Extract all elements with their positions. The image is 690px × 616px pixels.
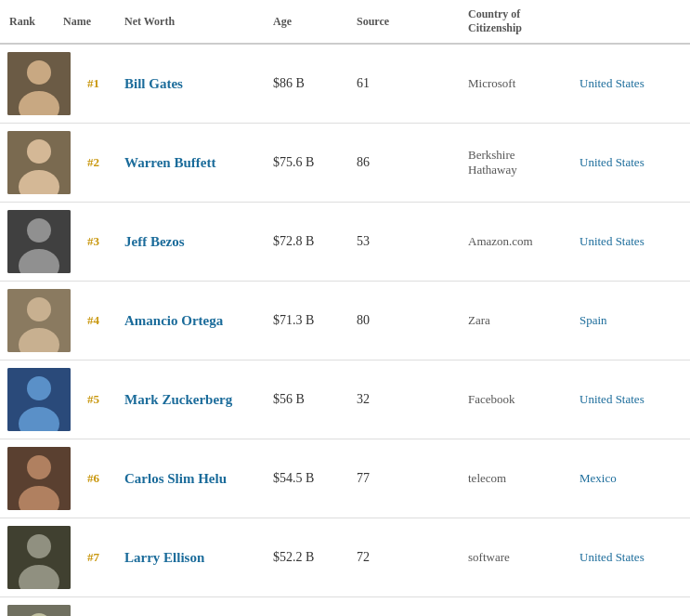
person-country: Mexico — [570, 439, 690, 518]
person-name[interactable]: Carlos Slim Helu — [115, 439, 264, 518]
person-networth: $75.6 B — [264, 124, 347, 203]
person-photo — [0, 439, 78, 518]
table-row: #1Bill Gates$86 B61MicrosoftUnited State… — [0, 44, 690, 124]
svg-point-10 — [27, 297, 51, 321]
person-country: United States — [570, 44, 690, 124]
person-networth: $48.3 B — [264, 597, 347, 617]
person-name[interactable]: Mark Zuckerberg — [115, 360, 264, 439]
table-header-row: Rank Name Net Worth Age Source Country o… — [0, 0, 690, 44]
header-networth: Net Worth — [115, 0, 264, 44]
person-rank: #1 — [78, 44, 115, 124]
person-age: 80 — [347, 282, 459, 360]
person-rank: #7 — [78, 518, 115, 597]
person-source: software — [459, 518, 570, 597]
person-age: 77 — [347, 439, 459, 518]
person-name[interactable]: Charles Koch — [115, 597, 264, 617]
table-row: #4Amancio Ortega$71.3 B80ZaraSpain — [0, 282, 690, 360]
person-networth: $71.3 B — [264, 282, 347, 360]
svg-point-7 — [27, 218, 51, 242]
person-source: diversified — [459, 597, 570, 617]
header-rank: Rank Name — [0, 0, 115, 44]
person-networth: $56 B — [264, 360, 347, 439]
person-name[interactable]: Bill Gates — [115, 44, 264, 124]
person-source: telecom — [459, 439, 570, 518]
header-country: Country of Citizenship — [459, 0, 570, 44]
person-photo — [0, 597, 78, 617]
person-rank: #8 — [78, 597, 115, 617]
person-source: Microsoft — [459, 44, 570, 124]
table-row: #7Larry Ellison$52.2 B72softwareUnited S… — [0, 518, 690, 597]
person-rank: #4 — [78, 282, 115, 360]
table-row: #3Jeff Bezos$72.8 B53Amazon.comUnited St… — [0, 203, 690, 282]
table-row: #6Carlos Slim Helu$54.5 B77telecomMexico — [0, 439, 690, 518]
svg-point-13 — [27, 376, 51, 400]
person-name[interactable]: Warren Buffett — [115, 124, 264, 203]
person-age: 53 — [347, 203, 459, 282]
person-country: United States — [570, 124, 690, 203]
svg-point-4 — [27, 139, 51, 164]
person-age: 81 — [347, 597, 459, 617]
person-photo — [0, 360, 78, 439]
person-rank: #3 — [78, 203, 115, 282]
person-country: United States — [570, 518, 690, 597]
person-rank: #5 — [78, 360, 115, 439]
person-source: Berkshire Hathaway — [459, 124, 570, 203]
person-age: 86 — [347, 124, 459, 203]
person-age: 61 — [347, 44, 459, 124]
svg-point-16 — [27, 455, 51, 479]
person-rank: #6 — [78, 439, 115, 518]
svg-point-19 — [27, 534, 51, 558]
person-networth: $72.8 B — [264, 203, 347, 282]
person-country: United States — [570, 360, 690, 439]
person-source: Amazon.com — [459, 203, 570, 282]
person-photo — [0, 124, 78, 203]
person-photo — [0, 203, 78, 282]
person-photo — [0, 44, 78, 124]
person-photo — [0, 282, 78, 360]
table-row: #5Mark Zuckerberg$56 B32FacebookUnited S… — [0, 360, 690, 439]
person-source: Facebook — [459, 360, 570, 439]
svg-point-1 — [27, 60, 51, 85]
person-networth: $54.5 B — [264, 439, 347, 518]
table-row: #2Warren Buffett$75.6 B86Berkshire Hatha… — [0, 124, 690, 203]
person-country: United States — [570, 597, 690, 617]
person-country: Spain — [570, 282, 690, 360]
table-row: #8Charles Koch$48.3 B81diversifiedUnited… — [0, 597, 690, 617]
billionaires-table: Rank Name Net Worth Age Source Country o… — [0, 0, 690, 616]
person-photo — [0, 518, 78, 597]
person-name[interactable]: Amancio Ortega — [115, 282, 264, 360]
person-country: United States — [570, 203, 690, 282]
person-age: 32 — [347, 360, 459, 439]
header-source: Source — [347, 0, 459, 44]
person-age: 72 — [347, 518, 459, 597]
person-source: Zara — [459, 282, 570, 360]
header-age: Age — [264, 0, 347, 44]
person-networth: $52.2 B — [264, 518, 347, 597]
person-name[interactable]: Larry Ellison — [115, 518, 264, 597]
person-name[interactable]: Jeff Bezos — [115, 203, 264, 282]
person-networth: $86 B — [264, 44, 347, 124]
person-rank: #2 — [78, 124, 115, 203]
